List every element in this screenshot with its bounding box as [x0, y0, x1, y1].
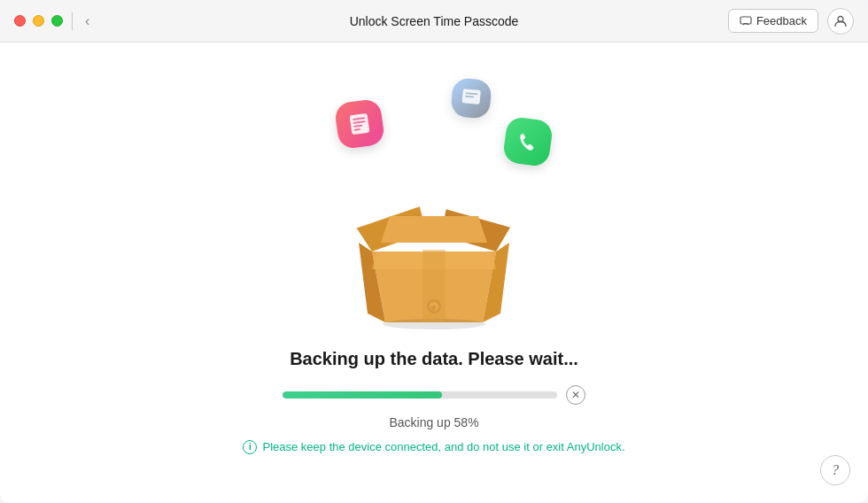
help-button[interactable]: ?: [820, 455, 850, 485]
user-icon: [833, 14, 848, 28]
feedback-button[interactable]: Feedback: [728, 9, 818, 33]
cancel-icon: ✕: [571, 389, 580, 401]
help-icon: ?: [832, 462, 839, 478]
svg-point-1: [838, 16, 843, 21]
window-controls: [14, 15, 63, 27]
titlebar-right: Feedback: [728, 8, 854, 35]
svg-marker-16: [381, 216, 487, 243]
window-title: Unlock Screen Time Passcode: [350, 14, 519, 28]
main-content: ⊕ Backing up the data. Please wait... ✕ …: [0, 43, 868, 503]
feedback-label: Feedback: [756, 14, 807, 27]
svg-text:⊕: ⊕: [430, 304, 437, 312]
titlebar: ‹ Unlock Screen Time Passcode Feedback: [0, 0, 868, 43]
info-icon: i: [243, 440, 257, 454]
phone-app-icon: [502, 115, 554, 167]
feedback-icon: [740, 15, 752, 27]
user-account-button[interactable]: [827, 8, 854, 35]
cardboard-box: ⊕: [345, 172, 523, 331]
progress-container: ✕: [283, 385, 585, 405]
back-button[interactable]: ‹: [81, 12, 93, 31]
progress-bar-fill: [283, 391, 442, 399]
progress-bar-wrapper: [283, 391, 557, 399]
dot-minimize[interactable]: [33, 15, 44, 27]
main-window: ‹ Unlock Screen Time Passcode Feedback: [0, 0, 868, 503]
status-title: Backing up the data. Please wait...: [290, 349, 578, 369]
cancel-progress-button[interactable]: ✕: [566, 385, 585, 405]
messages-app-icon: [450, 77, 492, 120]
warning-text-label: Please keep the device connected, and do…: [262, 440, 624, 453]
floating-icons-container: [301, 74, 567, 181]
warning-message: i Please keep the device connected, and …: [243, 440, 624, 454]
svg-rect-2: [350, 112, 370, 135]
notes-app-icon: [334, 97, 386, 150]
dot-close[interactable]: [14, 15, 26, 27]
progress-label: Backing up 58%: [389, 415, 478, 429]
titlebar-divider: [72, 12, 73, 30]
back-arrow-icon: ‹: [85, 13, 89, 29]
dot-fullscreen[interactable]: [51, 15, 63, 27]
svg-rect-0: [740, 17, 751, 24]
